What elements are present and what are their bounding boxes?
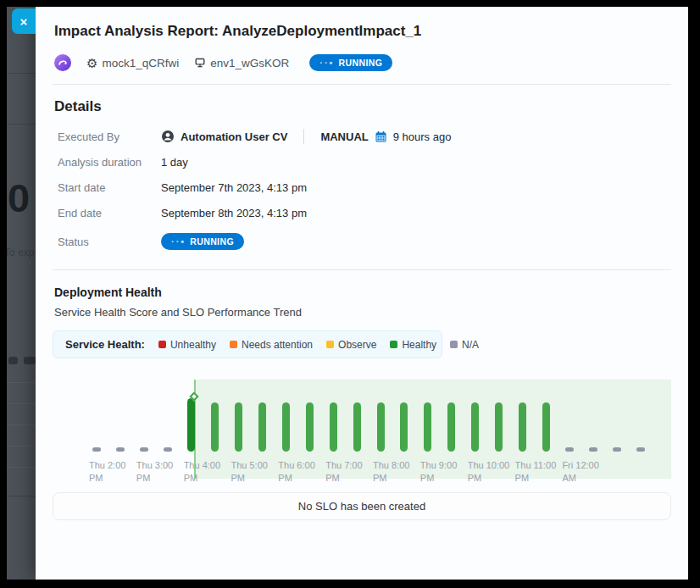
slo-empty-message: No SLO has been created [298,500,425,513]
na-dash[interactable] [92,447,101,452]
legend-swatch [230,341,237,348]
close-icon: × [20,14,28,29]
detail-row-start-date: Start date September 7th 2023, 4:13 pm [58,175,669,200]
na-dash[interactable] [565,447,574,452]
underlay-row-line [7,382,36,383]
service-name: mock1_qCRfwi [102,57,179,69]
chart-slot [203,367,227,452]
status-running-badge: ··• RUNNING [161,233,244,250]
calendar-icon [375,130,387,143]
chart-slot: Thu 9:00PM [416,367,440,452]
environment-name: env1_wGsKOR [210,57,289,69]
detail-label: Start date [58,181,161,194]
health-score-bar[interactable] [187,398,195,452]
underlay-row-line [7,424,36,425]
legend-label: Healthy [402,339,436,351]
legend-item: Needs attention [230,339,313,351]
detail-label: Executed By [58,130,161,143]
na-dash[interactable] [636,447,645,452]
duration-value: 1 day [161,156,188,169]
x-axis-tick-label: Thu 4:00PM [184,459,220,485]
trigger-type: MANUAL [320,130,368,143]
impact-analysis-report-drawer: Impact Analysis Report: AnalyzeDeploymen… [36,7,688,580]
health-score-bar[interactable] [235,402,242,452]
health-score-chart: Thu 2:00PMThu 3:00PMThu 4:00PMThu 5:00PM… [53,367,671,485]
environment-icon [194,57,206,69]
deployment-health-heading: Deployment Health [53,270,671,299]
health-score-bar[interactable] [495,402,503,452]
chart-slot [535,367,558,452]
underlay-partial-text: To exp [7,247,34,258]
chart-slot [156,367,180,452]
health-score-bar[interactable] [542,402,550,452]
na-dash[interactable] [589,447,597,452]
na-dash[interactable] [140,447,148,452]
legend-label: N/A [462,339,479,351]
health-score-bar[interactable] [519,402,526,452]
underlay-row-line [7,467,36,468]
health-score-bar[interactable] [353,402,361,452]
screenshot-frame: 0 To exp × Impact Analysis Report: Analy… [0,0,700,588]
chart-slot: Thu 8:00PM [369,367,392,452]
x-axis-tick-label: Thu 3:00PM [136,459,173,485]
legend-swatch [450,341,458,348]
service-chip: ⚙ mock1_qCRfwi [86,57,179,69]
chart-slot [108,367,132,452]
legend-swatch [390,341,397,348]
detail-label: End date [58,207,161,219]
underlay-divider [7,496,36,496]
detail-row-executed-by: Executed By Automation User CV MANUAL [58,124,669,149]
underlay-divider [7,73,36,74]
health-score-bar[interactable] [471,402,479,452]
legend-item: Healthy [390,339,436,351]
x-axis-tick-label: Thu 5:00PM [231,459,267,485]
legend-title: Service Health: [65,338,145,351]
details-grid: Executed By Automation User CV MANUAL [53,115,671,258]
na-dash[interactable] [116,447,125,452]
health-score-bar[interactable] [306,402,314,452]
health-score-bar[interactable] [377,402,385,452]
x-axis-tick-label: Thu 7:00PM [325,459,362,485]
x-axis-tick-label: Fri 12:00AM [562,459,598,485]
chart-slot: Thu 4:00PM [180,367,203,452]
health-score-bar[interactable] [258,402,266,452]
chart-slot [629,367,653,452]
legend-item: N/A [450,339,479,351]
underlay-tab-shape [8,357,18,364]
dimmed-background-page: 0 To exp [7,7,36,580]
health-score-bar[interactable] [400,402,408,452]
report-avatar-icon [54,54,71,71]
na-dash[interactable] [164,447,172,452]
chart-slot [345,367,369,452]
start-date-value: September 7th 2023, 4:13 pm [161,181,307,194]
x-axis-tick-label: Thu 6:00PM [278,459,314,485]
executed-by-user: Automation User CV [181,130,287,143]
badge-loading-dots: ··• [319,58,334,68]
health-score-bar[interactable] [330,402,337,452]
x-axis-tick-label: Thu 8:00PM [373,459,409,485]
legend-swatch [158,341,166,348]
badge-label: RUNNING [190,236,234,247]
gear-icon: ⚙ [86,57,97,69]
chart-slot: Fri 12:00AM [558,367,581,452]
health-score-bar[interactable] [211,402,219,452]
legend-label: Observe [338,339,376,351]
environment-chip: env1_wGsKOR [194,57,289,69]
health-score-bar[interactable] [282,402,290,452]
chart-slots: Thu 2:00PMThu 3:00PMThu 4:00PMThu 5:00PM… [85,367,653,452]
chart-slot: Thu 11:00PM [511,367,535,452]
user-avatar-icon [161,130,175,143]
detail-label: Analysis duration [58,156,161,169]
chart-slot: Thu 2:00PM [85,367,108,452]
x-axis-tick-label: Thu 2:00PM [89,459,125,485]
health-score-bar[interactable] [447,402,455,452]
badge-loading-dots: ··• [171,236,186,247]
legend-item: Unhealthy [158,339,216,351]
detail-row-duration: Analysis duration 1 day [58,149,669,175]
chart-slot [581,367,605,452]
underlay-divider [7,124,36,125]
close-drawer-button[interactable]: × [12,8,36,34]
na-dash[interactable] [613,447,621,452]
health-score-bar[interactable] [424,402,431,452]
chart-slot [605,367,629,452]
